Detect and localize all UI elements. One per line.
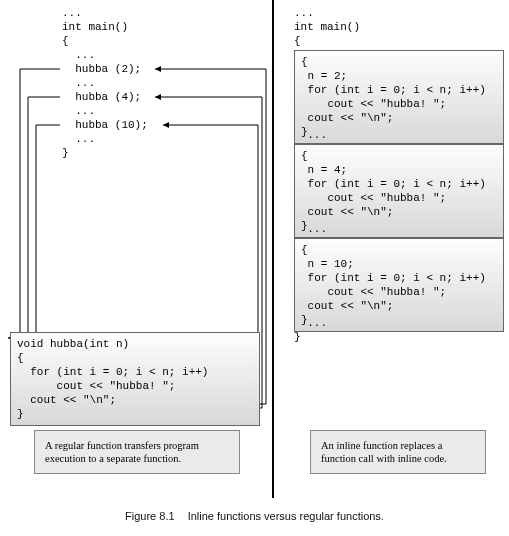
- figure-number: Figure 8.1: [125, 510, 175, 522]
- right-sep-1: ...: [294, 128, 327, 142]
- figure-caption: Figure 8.1 Inline functions versus regul…: [0, 510, 509, 522]
- right-sep-2: ...: [294, 222, 327, 236]
- left-column: ... int main() { ... hubba (2); ... hubb…: [0, 0, 272, 498]
- left-caption-box: A regular function transfers program exe…: [34, 430, 240, 474]
- figure-container: ... int main() { ... hubba (2); ... hubb…: [0, 0, 509, 536]
- right-caption-box: An inline function replaces a function c…: [310, 430, 486, 474]
- function-definition-box: void hubba(int n) { for (int i = 0; i < …: [10, 332, 260, 426]
- right-column: ... int main() { ... { n = 2; for (int i…: [274, 0, 509, 498]
- right-trail-code: ... }: [294, 316, 327, 344]
- figure-caption-text: Inline functions versus regular function…: [188, 510, 384, 522]
